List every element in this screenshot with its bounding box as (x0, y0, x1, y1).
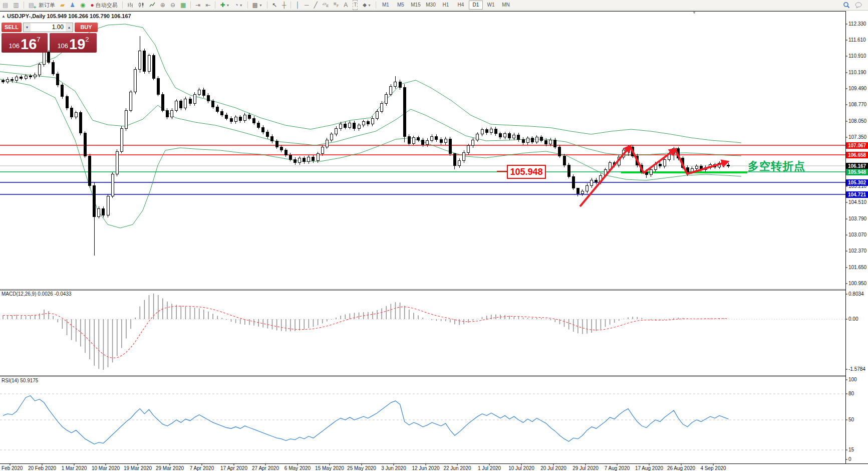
date-label[interactable]: 20 Jul 2020 (540, 465, 566, 471)
price-tick: 110.910 (848, 53, 866, 59)
sell-button[interactable]: SELL (2, 23, 22, 32)
chart-area[interactable] (0, 0, 868, 471)
rsi-label: RSI(14) 50.9175 (2, 378, 38, 383)
macd-tick: 0.8034 (848, 291, 864, 297)
date-label[interactable]: 3 Jun 2020 (381, 465, 406, 471)
price-badge-105.302[interactable]: 105.302 (846, 179, 868, 186)
volume-stepper: ▼ 1.00 ▲ (23, 23, 73, 32)
price-tick: 112.330 (848, 21, 866, 27)
date-label[interactable]: 6 May 2020 (284, 465, 311, 471)
rsi-tick: 50 (848, 417, 854, 422)
macd-signal-line (3, 306, 728, 358)
date-label[interactable]: 10 Jul 2020 (508, 465, 534, 471)
date-label[interactable]: 7 Apr 2020 (190, 465, 214, 471)
macd-label: MACD(12,26,9) 0.0026 -0.0433 (2, 291, 72, 297)
trend-arrow[interactable] (580, 146, 630, 206)
rsi-tick: 80 (848, 391, 854, 396)
macd-histogram (3, 294, 728, 370)
macd-tick: -1.5784 (848, 366, 865, 372)
date-label[interactable]: 15 May 2020 (315, 465, 344, 471)
one-click-trading-panel: SELL ▼ 1.00 ▲ BUY 106 16 7 106 19 2 (2, 23, 98, 53)
price-tick: 109.490 (848, 86, 866, 91)
buy-price-pip: 2 (85, 32, 89, 47)
price-badge-107.067[interactable]: 107.067 (846, 142, 868, 149)
bollinger-lower (0, 79, 741, 228)
symbol-collapse-icon[interactable]: ▲ (2, 14, 6, 19)
volume-input[interactable]: 1.00 (31, 23, 66, 32)
date-label[interactable]: 19 Mar 2020 (124, 465, 152, 471)
price-badge-106.658[interactable]: 106.658 (846, 152, 868, 158)
symbol-title: USDJPY-,Daily 105.949 106.266 105.790 10… (7, 13, 131, 19)
date-label[interactable]: 20 Feb 2020 (28, 465, 56, 471)
price-tick: 102.370 (848, 248, 866, 254)
sell-price-button[interactable]: 106 16 7 (2, 33, 48, 53)
candles-layer (2, 36, 730, 256)
mt4-window: { "toolbar": { "new_order_label": "新订单",… (0, 0, 868, 471)
date-label[interactable]: 10 Mar 2020 (92, 465, 120, 471)
rsi-tick: 100 (848, 377, 857, 382)
date-label[interactable]: 12 Jun 2020 (412, 465, 439, 471)
price-tick: 103.790 (848, 216, 866, 221)
date-label[interactable]: 29 Mar 2020 (156, 465, 184, 471)
price-tick: 100.950 (848, 281, 866, 286)
buy-button[interactable]: BUY (75, 23, 98, 32)
date-label[interactable]: 27 Apr 2020 (252, 465, 279, 471)
date-label[interactable]: 17 Aug 2020 (635, 465, 663, 471)
price-tick: 104.510 (848, 199, 866, 205)
date-label[interactable]: 1 Mar 2020 (62, 465, 87, 471)
collapse-chart-arrow-icon[interactable]: ▼ (692, 11, 696, 15)
price-tick: 110.190 (848, 70, 866, 75)
pivot-annotation[interactable]: 多空转折点 (748, 159, 805, 174)
price-tick: 101.650 (848, 265, 866, 270)
macd-tick: 0.00 (848, 316, 858, 322)
date-label[interactable]: 1 Jul 2020 (478, 465, 501, 471)
buy-price-figure: 106 (57, 41, 68, 51)
date-label[interactable]: 1 Feb 2020 (0, 465, 23, 471)
price-tick: 111.610 (848, 37, 866, 43)
date-label[interactable]: 25 May 2020 (347, 465, 376, 471)
date-label[interactable]: 7 Aug 2020 (605, 465, 630, 471)
price-callout[interactable]: 105.948 (507, 165, 546, 179)
date-label[interactable]: 26 Aug 2020 (667, 465, 695, 471)
price-badge-105.948[interactable]: 105.948 (846, 169, 868, 175)
price-tick: 107.350 (848, 134, 866, 140)
sell-price-big: 16 (21, 37, 37, 51)
price-tick: 103.070 (848, 232, 866, 238)
rsi-tick: 0 (848, 456, 851, 462)
price-tick: 108.050 (848, 118, 866, 124)
buy-price-big: 19 (69, 37, 85, 51)
price-tick: 108.770 (848, 102, 866, 107)
date-label[interactable]: 22 Jun 2020 (443, 465, 471, 471)
volume-down-icon[interactable]: ▼ (24, 23, 31, 32)
volume-up-icon[interactable]: ▲ (66, 23, 73, 32)
sell-price-pip: 7 (37, 32, 40, 47)
buy-price-button[interactable]: 106 19 2 (50, 33, 97, 53)
price-badge-104.721[interactable]: 104.721 (846, 191, 868, 198)
rsi-tick: 15 (848, 447, 854, 452)
bollinger-middle (0, 72, 741, 156)
date-label[interactable]: 29 Jul 2020 (572, 465, 599, 471)
sell-price-figure: 106 (9, 41, 20, 51)
date-label[interactable]: 17 Apr 2020 (220, 465, 247, 471)
date-label[interactable]: 4 Sep 2020 (700, 465, 726, 471)
